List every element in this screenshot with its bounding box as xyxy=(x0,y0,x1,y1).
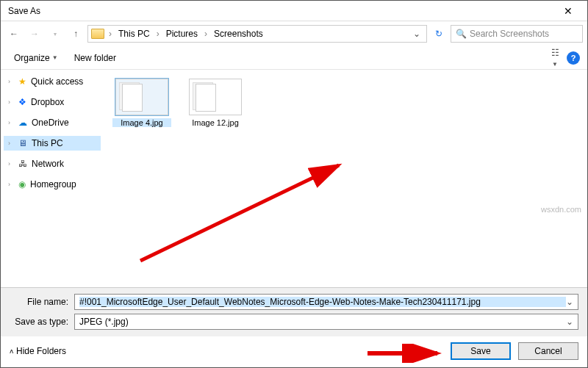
refresh-button[interactable]: ↻ xyxy=(430,29,448,39)
nav-bar: ← → ▾ ↑ › This PC › Pictures › Screensho… xyxy=(1,21,587,46)
file-label: Image 12.jpg xyxy=(186,118,245,127)
file-list[interactable]: Image 4.jpg Image 12.jpg wsxdn.com xyxy=(104,70,587,287)
chevron-right-icon: › xyxy=(8,119,14,126)
cancel-button[interactable]: Cancel xyxy=(518,342,578,360)
chevron-right-icon: › xyxy=(203,29,209,39)
chevron-right-icon: › xyxy=(8,98,14,106)
breadcrumb-screenshots[interactable]: Screenshots xyxy=(212,29,265,39)
filename-label: File name: xyxy=(10,297,68,307)
view-options-button[interactable]: ☷ ▼ xyxy=(548,48,562,68)
chevron-right-icon: › xyxy=(155,29,161,39)
chevron-right-icon: › xyxy=(8,140,14,147)
sidebar-item-this-pc[interactable]: › 🖥 This PC xyxy=(4,136,101,151)
nav-sidebar: › ★ Quick access › ❖ Dropbox › ☁ OneDriv… xyxy=(1,70,104,287)
chevron-right-icon: › xyxy=(8,181,14,188)
chevron-down-icon: ▼ xyxy=(552,61,558,68)
nav-up-button[interactable]: ↑ xyxy=(67,25,85,43)
nav-recent-dropdown[interactable]: ▾ xyxy=(46,25,64,43)
organize-button[interactable]: Organize ▼ xyxy=(8,51,64,65)
window-title: Save As xyxy=(5,6,553,16)
address-bar[interactable]: › This PC › Pictures › Screenshots ⌄ xyxy=(87,25,427,43)
toolbar: Organize ▼ New folder ☷ ▼ ? xyxy=(1,46,587,70)
close-button[interactable]: ✕ xyxy=(553,5,583,17)
monitor-icon: 🖥 xyxy=(18,138,27,148)
action-bar: ʌ Hide Folders Save Cancel xyxy=(1,336,587,367)
annotation-arrow xyxy=(364,344,445,363)
sidebar-item-network[interactable]: › 🖧 Network xyxy=(4,156,101,171)
help-button[interactable]: ? xyxy=(567,51,580,65)
chevron-down-icon[interactable]: ⌄ xyxy=(566,297,573,307)
breadcrumb-pictures[interactable]: Pictures xyxy=(164,29,200,39)
dropbox-icon: ❖ xyxy=(18,97,26,107)
sidebar-item-homegroup[interactable]: › ◉ Homegroup xyxy=(4,177,101,192)
chevron-right-icon: › xyxy=(8,78,14,85)
dialog-body: › ★ Quick access › ❖ Dropbox › ☁ OneDriv… xyxy=(1,70,587,287)
hide-folders-button[interactable]: ʌ Hide Folders xyxy=(10,346,66,356)
homegroup-icon: ◉ xyxy=(18,179,26,190)
filename-input[interactable]: ⌄ xyxy=(74,294,578,310)
file-item[interactable]: Image 12.jpg xyxy=(186,79,245,127)
svg-line-0 xyxy=(140,165,339,261)
chevron-right-icon: › xyxy=(8,160,14,167)
star-icon: ★ xyxy=(18,76,26,87)
file-thumbnail xyxy=(189,79,242,115)
file-thumbnail xyxy=(115,79,168,115)
save-as-dialog: Save As ✕ ← → ▾ ↑ › This PC › Pictures ›… xyxy=(0,0,588,368)
network-icon: 🖧 xyxy=(18,159,27,169)
search-input[interactable]: 🔍 Search Screenshots xyxy=(451,25,583,43)
watermark: wsxdn.com xyxy=(541,205,581,214)
search-placeholder: Search Screenshots xyxy=(470,29,549,39)
chevron-down-icon: ▼ xyxy=(52,54,58,61)
file-item[interactable]: Image 4.jpg xyxy=(112,79,171,127)
sidebar-item-dropbox[interactable]: › ❖ Dropbox xyxy=(4,95,101,109)
nav-forward-button[interactable]: → xyxy=(26,25,43,43)
save-as-type-select[interactable]: JPEG (*.jpg) ⌄ xyxy=(74,314,578,330)
chevron-right-icon: › xyxy=(107,29,113,39)
breadcrumb-this-pc[interactable]: This PC xyxy=(116,29,152,39)
title-bar: Save As ✕ xyxy=(1,1,587,21)
cloud-icon: ☁ xyxy=(18,118,27,128)
search-icon: 🔍 xyxy=(456,29,467,39)
save-button[interactable]: Save xyxy=(451,342,511,360)
address-dropdown-icon[interactable]: ⌄ xyxy=(410,29,423,39)
sidebar-item-onedrive[interactable]: › ☁ OneDrive xyxy=(4,115,101,130)
nav-back-button[interactable]: ← xyxy=(5,25,23,43)
save-as-type-label: Save as type: xyxy=(10,317,68,327)
new-folder-button[interactable]: New folder xyxy=(68,51,122,65)
annotation-arrow xyxy=(133,158,354,268)
file-label: Image 4.jpg xyxy=(112,118,171,127)
sidebar-item-quick-access[interactable]: › ★ Quick access xyxy=(4,74,101,89)
chevron-down-icon[interactable]: ⌄ xyxy=(566,317,573,327)
folder-icon xyxy=(91,29,104,39)
chevron-up-icon: ʌ xyxy=(10,347,13,355)
filename-pane: File name: ⌄ Save as type: JPEG (*.jpg) … xyxy=(1,287,587,336)
